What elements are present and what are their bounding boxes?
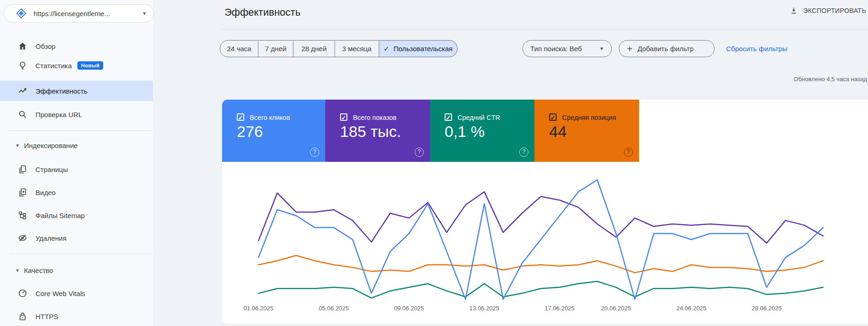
sidebar-item-label: Core Web Vitals [35, 290, 85, 297]
search-console-logo-icon [15, 7, 27, 19]
metric-card-position[interactable]: ✓Средняя позиция44? [534, 100, 639, 162]
sidebar-item-performance[interactable]: Эффективность [0, 81, 153, 101]
clicks-checkbox[interactable]: ✓ [237, 113, 244, 121]
last-updated-text: Обновлено 4,5 часа назад [794, 76, 867, 83]
video-icon [17, 187, 28, 198]
sidebar-item-sitemaps[interactable]: Файлы Sitemap [0, 205, 153, 225]
sidebar-item-insights[interactable]: СтатистикаНовый [0, 55, 153, 76]
metric-card-label: Средняя позиция [562, 114, 616, 121]
x-axis-label: 17.06.2025 [545, 305, 575, 312]
date-range-chip-1[interactable]: 24 часа [220, 40, 258, 57]
date-range-chip-2[interactable]: 7 дней [258, 40, 293, 57]
sitemap-icon [17, 210, 28, 221]
property-selector[interactable]: https://licensegentleme... ▼ [4, 4, 154, 23]
x-axis-label: 28.06.2025 [751, 305, 781, 312]
metric-card-clicks[interactable]: ✓Всего кликов276? [222, 100, 325, 162]
performance-icon [17, 85, 28, 96]
chart-line-impressions [258, 192, 823, 243]
sidebar-section-label: Качество [24, 267, 53, 274]
sidebar-item-url-inspection[interactable]: Проверка URL [0, 104, 153, 124]
date-range-chip-4[interactable]: 3 месяца [335, 40, 379, 57]
search-type-filter[interactable]: Тип поиска: Веб ▼ [522, 40, 612, 57]
help-icon[interactable]: ? [519, 148, 528, 157]
metric-card-impressions[interactable]: ✓Всего показов185 тыс.? [325, 100, 430, 162]
sidebar-item-label: Удаления [35, 234, 66, 242]
chevron-down-icon: ▼ [142, 11, 147, 16]
eye-off-icon [17, 232, 28, 243]
x-axis-label: 09.06.2025 [394, 305, 424, 312]
search-type-label: Тип поиска: Веб [530, 45, 582, 53]
sidebar-section-label: Индексирование [24, 142, 78, 149]
add-filter-button[interactable]: + Добавить фильтр [619, 40, 715, 57]
position-checkbox[interactable]: ✓ [549, 113, 557, 121]
sidebar-item-label: Обзор [35, 42, 55, 50]
x-axis-label: 01.06.2025 [243, 305, 273, 312]
ctr-checkbox[interactable]: ✓ [445, 113, 452, 121]
date-range-label: 7 дней [265, 45, 286, 53]
triangle-down-icon: ▼ [15, 268, 20, 273]
sidebar-item-label: Эффективность [35, 87, 88, 95]
help-icon[interactable]: ? [624, 148, 633, 157]
sidebar-section-quality[interactable]: ▼Качество [0, 262, 153, 279]
x-axis-label: 20.06.2025 [601, 305, 631, 312]
pages-icon [17, 164, 28, 175]
help-icon[interactable]: ? [415, 148, 424, 157]
sidebar-item-https[interactable]: HTTPS [0, 306, 153, 326]
sidebar-item-overview[interactable]: Обзор [0, 36, 153, 56]
metric-card-value: 185 тыс. [340, 123, 401, 141]
sidebar-item-label: HTTPS [35, 313, 58, 320]
metric-card-ctr[interactable]: ✓Средний CTR0,1 %? [430, 100, 534, 162]
gauge-icon [17, 288, 28, 299]
date-range-label: 3 месяца [342, 45, 372, 53]
lock-icon [17, 311, 28, 322]
x-axis-label: 05.06.2025 [319, 305, 349, 312]
page-title: Эффективность [224, 6, 300, 18]
search-console-app: https://licensegentleme... ▼ ОбзорСтатис… [0, 0, 868, 326]
sidebar-item-label: Видео [35, 189, 56, 196]
export-label: ЭКСПОРТИРОВАТЬ [803, 7, 866, 14]
sidebar-divider [9, 254, 153, 254]
sidebar-item-label: Файлы Sitemap [35, 212, 85, 219]
sidebar-item-label: Страницы [35, 166, 68, 173]
search-icon [17, 109, 28, 120]
date-range-label: 28 дней [301, 45, 327, 53]
performance-chart[interactable] [230, 173, 848, 304]
chart-line-clicks [258, 180, 823, 299]
sidebar-section-indexing[interactable]: ▼Индексирование [0, 137, 153, 154]
chart-line-position [258, 255, 823, 273]
plus-icon: + [627, 44, 633, 53]
triangle-down-icon: ▼ [15, 143, 20, 148]
chart-line-ctr [258, 281, 823, 298]
sidebar-item-core-web-vitals[interactable]: Core Web Vitals [0, 283, 153, 303]
impressions-checkbox[interactable]: ✓ [340, 113, 347, 121]
chevron-down-icon: ▼ [599, 46, 604, 51]
metric-card-label: Всего показов [353, 114, 397, 121]
sidebar-item-pages[interactable]: Страницы [0, 159, 153, 179]
performance-panel: ✓Всего кликов276?✓Всего показов185 тыс.?… [222, 100, 868, 324]
new-badge: Новый [77, 61, 103, 70]
export-button[interactable]: ЭКСПОРТИРОВАТЬ [789, 6, 866, 15]
home-icon [17, 41, 28, 52]
reset-filters-link[interactable]: Сбросить фильтры [726, 40, 787, 57]
download-icon [789, 6, 798, 15]
date-range-chip-3[interactable]: 28 дней [293, 40, 335, 57]
header-divider [220, 29, 868, 30]
date-range-label: 24 часа [227, 45, 252, 53]
help-icon[interactable]: ? [310, 148, 319, 157]
lightbulb-icon [17, 60, 28, 71]
metric-card-value: 276 [237, 123, 263, 141]
metric-card-value: 0,1 % [445, 123, 485, 141]
add-filter-label: Добавить фильтр [638, 45, 694, 53]
check-icon: ✓ [384, 45, 390, 53]
x-axis-label: 13.06.2025 [469, 305, 499, 312]
sidebar: https://licensegentleme... ▼ ОбзорСтатис… [0, 0, 153, 326]
sidebar-item-video[interactable]: Видео [0, 182, 153, 202]
sidebar-item-label: Проверка URL [35, 111, 82, 119]
sidebar-item-label: Статистика [35, 62, 72, 70]
metric-card-label: Всего кликов [250, 114, 290, 121]
sidebar-item-removals[interactable]: Удаления [0, 228, 153, 248]
date-range-chip-5[interactable]: ✓Пользовательская [379, 40, 457, 57]
metric-card-value: 44 [549, 123, 567, 141]
sidebar-divider [9, 130, 153, 131]
property-url: https://licensegentleme... [34, 10, 139, 18]
